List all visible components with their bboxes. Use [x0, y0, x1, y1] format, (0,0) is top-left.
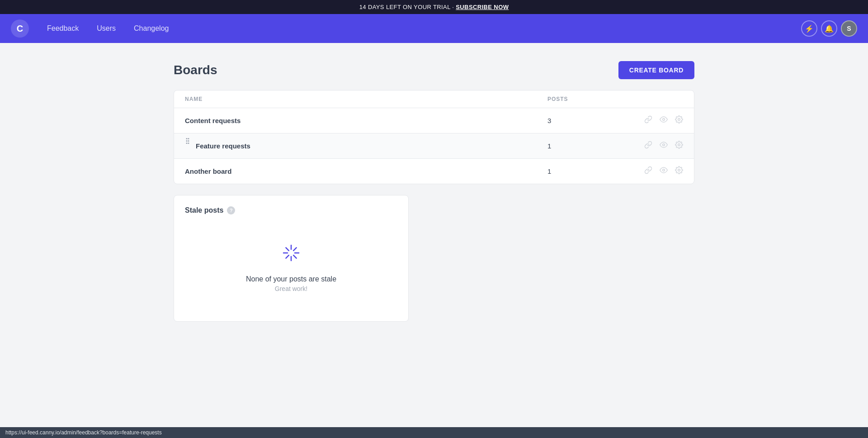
- bolt-button[interactable]: ⚡: [801, 20, 817, 37]
- boards-header: Boards CREATE BOARD: [174, 61, 694, 79]
- navbar: C Feedback Users Changelog ⚡ 🔔 S: [0, 14, 868, 43]
- stale-posts-card: Stale posts ? None of your posts are sta: [174, 195, 409, 322]
- col-header-name: NAME: [185, 96, 547, 102]
- page-title: Boards: [174, 63, 217, 77]
- create-board-button[interactable]: CREATE BOARD: [618, 61, 694, 79]
- svg-point-5: [188, 140, 189, 142]
- svg-point-10: [663, 169, 665, 171]
- subscribe-link[interactable]: SUBSCRIBE NOW: [456, 4, 509, 10]
- nav-link-feedback[interactable]: Feedback: [40, 21, 86, 36]
- link-icon[interactable]: [644, 141, 652, 151]
- svg-line-16: [286, 248, 288, 250]
- logo[interactable]: C: [11, 19, 29, 38]
- settings-icon[interactable]: [675, 166, 683, 176]
- stale-empty-subtitle: Great work!: [275, 285, 307, 292]
- main-content: Boards CREATE BOARD NAME POSTS Content r…: [163, 43, 705, 340]
- stale-empty-title: None of your posts are stale: [246, 275, 336, 283]
- eye-icon[interactable]: [660, 115, 668, 126]
- svg-point-9: [678, 144, 680, 146]
- settings-icon[interactable]: [675, 115, 683, 126]
- user-avatar[interactable]: S: [841, 20, 857, 37]
- notification-button[interactable]: 🔔: [821, 20, 837, 37]
- board-posts: 1: [547, 167, 602, 175]
- svg-line-18: [293, 248, 296, 250]
- nav-link-users[interactable]: Users: [90, 21, 123, 36]
- loading-spinner: [280, 242, 302, 266]
- nav-links: Feedback Users Changelog: [40, 21, 801, 36]
- row-actions: [602, 115, 683, 126]
- drag-handle[interactable]: [185, 138, 190, 146]
- board-name: Feature requests: [196, 142, 250, 150]
- navbar-actions: ⚡ 🔔 S: [801, 20, 857, 37]
- stale-posts-empty: None of your posts are stale Great work!: [185, 233, 397, 310]
- bell-icon: 🔔: [825, 24, 834, 33]
- nav-link-changelog[interactable]: Changelog: [127, 21, 176, 36]
- board-posts: 1: [547, 142, 602, 150]
- eye-icon[interactable]: [660, 166, 668, 176]
- help-icon[interactable]: ?: [227, 206, 235, 214]
- svg-point-1: [678, 119, 680, 121]
- svg-point-11: [678, 169, 680, 171]
- svg-point-8: [663, 144, 665, 146]
- col-header-actions: [602, 96, 683, 102]
- svg-line-19: [286, 255, 288, 258]
- trial-banner-text: 14 DAYS LEFT ON YOUR TRIAL ·: [359, 4, 456, 10]
- link-icon[interactable]: [644, 115, 652, 126]
- row-actions: [602, 166, 683, 176]
- settings-icon[interactable]: [675, 141, 683, 151]
- boards-table: NAME POSTS Content requests 3: [174, 90, 694, 184]
- trial-banner: 14 DAYS LEFT ON YOUR TRIAL · SUBSCRIBE N…: [0, 0, 868, 14]
- bolt-icon: ⚡: [805, 24, 814, 33]
- svg-point-6: [186, 143, 188, 144]
- svg-point-2: [186, 138, 188, 139]
- table-row: Another board 1: [174, 159, 694, 184]
- row-actions: [602, 141, 683, 151]
- link-icon[interactable]: [644, 166, 652, 176]
- eye-icon[interactable]: [660, 141, 668, 151]
- table-row: Feature requests 1: [174, 133, 694, 159]
- board-name: Another board: [185, 167, 547, 175]
- table-row: Content requests 3: [174, 108, 694, 133]
- svg-point-7: [188, 143, 189, 144]
- board-name: Content requests: [185, 117, 547, 124]
- table-header: NAME POSTS: [174, 90, 694, 108]
- col-header-posts: POSTS: [547, 96, 602, 102]
- svg-line-17: [293, 255, 296, 258]
- stale-posts-title: Stale posts: [185, 206, 223, 214]
- svg-point-0: [663, 119, 665, 121]
- board-posts: 3: [547, 117, 602, 124]
- svg-point-4: [186, 140, 188, 142]
- stale-posts-header: Stale posts ?: [185, 206, 397, 214]
- svg-point-3: [188, 138, 189, 139]
